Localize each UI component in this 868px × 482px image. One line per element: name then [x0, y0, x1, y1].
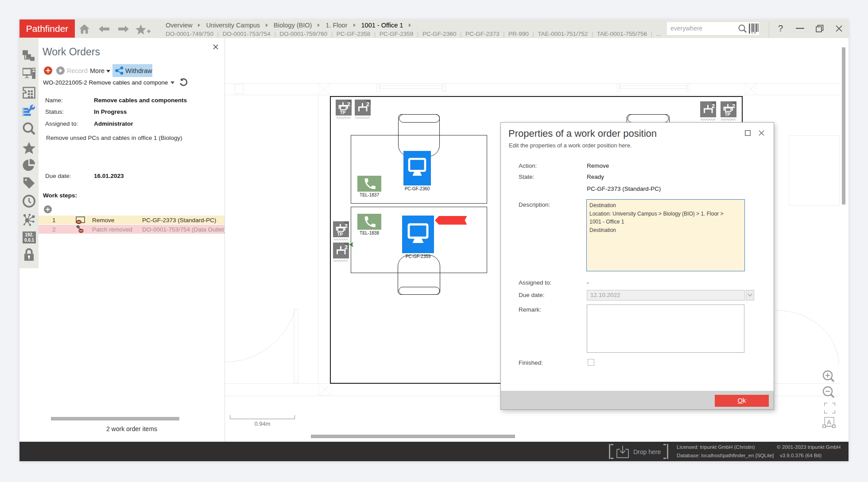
- svg-text:41 90: 41 90: [751, 32, 756, 34]
- svg-text:TP: TP: [725, 112, 731, 117]
- svg-text:A: A: [827, 418, 831, 426]
- svg-text:TP: TP: [337, 232, 343, 237]
- svg-text:TP: TP: [340, 110, 346, 115]
